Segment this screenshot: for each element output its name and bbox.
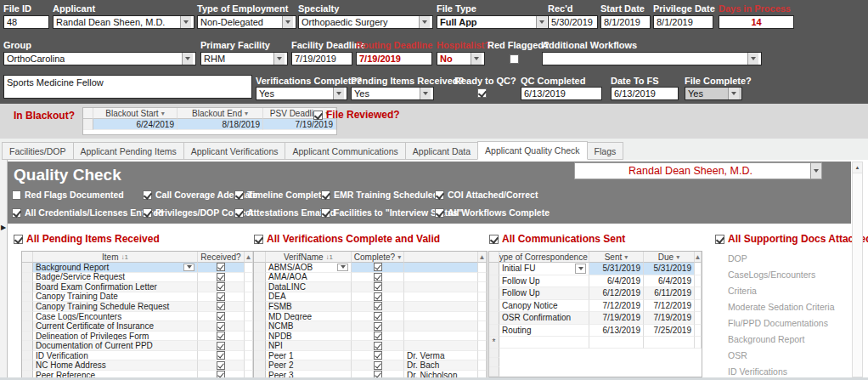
received-checkbox[interactable] xyxy=(217,282,225,291)
dropdown-arrow-icon[interactable] xyxy=(575,264,586,274)
column-header[interactable]: Complete?▾ xyxy=(352,252,404,263)
table-row[interactable]: Current Certificate of Insurance xyxy=(22,321,253,332)
sort-icon[interactable]: ↓1 xyxy=(121,253,128,261)
table-row[interactable]: Follow Up6/12/20196/11/2019 xyxy=(489,287,702,300)
row-selector[interactable] xyxy=(489,312,499,325)
qc-checkbox[interactable] xyxy=(435,190,444,200)
qc-checkbox[interactable] xyxy=(143,190,152,200)
row-selector[interactable] xyxy=(254,302,266,312)
column-header[interactable]: Item↓1 xyxy=(33,252,198,263)
received-checkbox[interactable] xyxy=(217,322,225,331)
qc-checkbox[interactable] xyxy=(435,208,444,218)
additional-workflows-input[interactable] xyxy=(542,52,762,65)
dropdown-arrow-icon[interactable] xyxy=(747,53,758,65)
verifications-complete-input[interactable]: Yes xyxy=(256,87,347,100)
received-checkbox[interactable] xyxy=(217,351,225,360)
table-row[interactable]: OSR Confirmation7/19/20197/19/2019 xyxy=(489,312,702,325)
table-row[interactable]: AMA/AOA xyxy=(254,273,487,283)
qc-checkbox[interactable] xyxy=(234,208,244,218)
dropdown-arrow-icon[interactable] xyxy=(282,16,293,28)
tab-applicant-pending-items[interactable]: Applicant Pending Items xyxy=(73,142,184,160)
table-row[interactable]: Canopy Training Schedule Request xyxy=(22,302,253,312)
table-row[interactable]: Background Report xyxy=(22,263,253,273)
table-row[interactable]: Follow Up6/4/20196/4/2019 xyxy=(489,275,702,288)
dropdown-arrow-icon[interactable] xyxy=(333,88,344,99)
recd-input[interactable]: 5/30/2019 xyxy=(548,15,598,29)
days-in-process-input[interactable]: 14 xyxy=(719,15,794,29)
red-flagged-checkbox[interactable] xyxy=(510,54,519,64)
table-row[interactable]: Canopy Training Date xyxy=(22,292,253,303)
row-selector[interactable] xyxy=(83,119,93,130)
row-selector[interactable] xyxy=(22,302,33,312)
complete-checkbox[interactable] xyxy=(374,351,382,360)
row-selector[interactable] xyxy=(254,263,266,273)
qc-checkbox[interactable] xyxy=(321,190,330,200)
sort-icon[interactable]: ↓1 xyxy=(326,253,333,261)
tab-applicant-communications[interactable]: Applicant Communications xyxy=(285,142,405,160)
vertical-scrollbar[interactable]: ▲ xyxy=(852,162,863,377)
dropdown-arrow-icon[interactable] xyxy=(182,53,193,65)
row-selector[interactable] xyxy=(254,312,266,322)
row-selector[interactable] xyxy=(489,325,499,337)
new-record-icon[interactable]: * xyxy=(489,337,499,349)
qc-checkbox[interactable] xyxy=(12,190,21,200)
table-row[interactable]: NCMB xyxy=(254,321,487,332)
row-selector[interactable] xyxy=(22,282,33,292)
pending-items-received-input[interactable]: Yes xyxy=(351,87,434,100)
specialty-input[interactable]: Orthopaedic Surgery xyxy=(298,15,433,29)
hospitalist-input[interactable]: No xyxy=(437,52,485,65)
received-checkbox[interactable] xyxy=(217,332,225,340)
dropdown-arrow-icon[interactable] xyxy=(183,264,194,271)
dropdown-arrow-icon[interactable] xyxy=(180,16,191,28)
dropdown-arrow-icon[interactable] xyxy=(810,163,821,179)
row-selector[interactable] xyxy=(489,263,499,275)
row-selector[interactable] xyxy=(254,341,266,351)
row-selector[interactable] xyxy=(254,282,266,292)
row-selector[interactable] xyxy=(254,321,266,332)
filter-icon[interactable]: ▾ xyxy=(245,110,248,117)
dropdown-arrow-icon[interactable] xyxy=(420,88,431,99)
complete-checkbox[interactable] xyxy=(374,361,382,370)
table-row[interactable]: DEA xyxy=(254,292,487,303)
filter-icon[interactable]: ▾ xyxy=(676,253,679,261)
filter-icon[interactable]: ▾ xyxy=(161,110,165,117)
complete-checkbox[interactable] xyxy=(374,292,382,301)
received-checkbox[interactable] xyxy=(217,292,225,301)
tab-flags[interactable]: Flags xyxy=(587,142,624,160)
row-selector[interactable] xyxy=(22,351,33,361)
qc-checkbox[interactable] xyxy=(234,190,244,200)
file-type-input[interactable]: Full App xyxy=(437,15,550,29)
complete-checkbox[interactable] xyxy=(374,312,382,320)
row-selector[interactable] xyxy=(254,273,266,283)
qc-completed-input[interactable]: 6/13/2019 xyxy=(521,87,602,100)
column-header[interactable]: ▲ xyxy=(245,252,253,263)
column-header[interactable]: Received? xyxy=(198,252,245,263)
new-record-row[interactable]: * xyxy=(489,337,702,349)
file-reviewed-checkbox[interactable] xyxy=(313,111,323,120)
start-date-input[interactable]: 8/1/2019 xyxy=(600,15,651,29)
row-selector[interactable] xyxy=(489,287,499,300)
row-selector[interactable] xyxy=(22,332,33,342)
pending-section-checkbox[interactable] xyxy=(14,235,23,244)
dropdown-arrow-icon[interactable] xyxy=(728,88,739,99)
row-selector[interactable] xyxy=(22,273,33,283)
column-header[interactable]: Sent▾ xyxy=(589,252,644,263)
tab-facilities-dop[interactable]: Facilities/DOP xyxy=(2,142,74,160)
notes-input[interactable]: Sports Medicine Fellow xyxy=(3,75,252,99)
table-row[interactable]: 6/24/20198/18/20197/19/2019 xyxy=(83,119,336,130)
table-row[interactable]: Documentation of Current PPD xyxy=(22,341,253,351)
column-header[interactable]: ▲ xyxy=(478,252,487,263)
dropdown-arrow-icon[interactable] xyxy=(536,16,547,28)
column-header[interactable] xyxy=(83,108,93,119)
row-selector[interactable] xyxy=(22,360,33,371)
table-row[interactable]: Routing6/13/20197/25/2019 xyxy=(489,325,702,337)
docs-section-checkbox[interactable] xyxy=(715,235,724,244)
routing-deadline-input[interactable]: 7/19/2019 xyxy=(356,52,432,65)
qc-checkbox[interactable] xyxy=(321,208,330,218)
tab-applicant-quality-check[interactable]: Applicant Quality Check xyxy=(477,141,587,160)
privilege-date-input[interactable]: 8/1/2019 xyxy=(653,15,713,29)
table-row[interactable]: Peer 1Dr. Verma xyxy=(254,351,487,361)
row-selector[interactable] xyxy=(22,312,33,322)
row-selector[interactable] xyxy=(489,300,499,313)
complete-checkbox[interactable] xyxy=(374,302,382,310)
